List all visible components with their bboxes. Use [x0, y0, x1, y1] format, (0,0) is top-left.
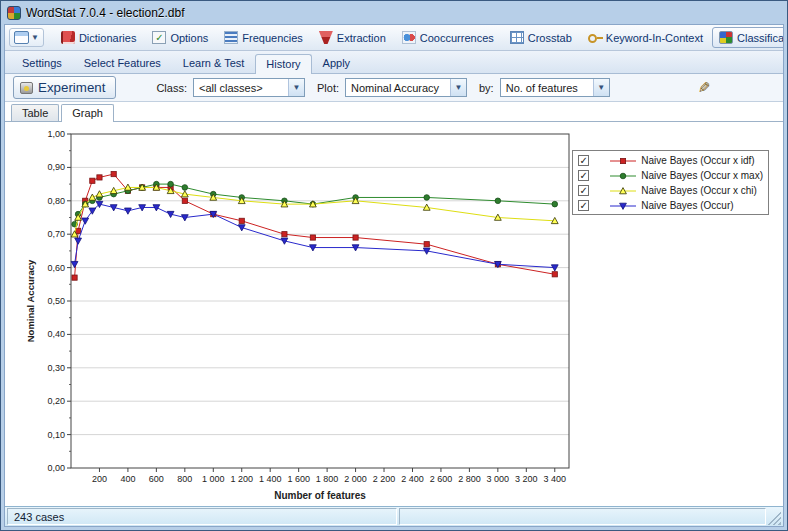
- tab-apply[interactable]: Apply: [312, 53, 362, 73]
- tab-graph[interactable]: Graph: [61, 104, 114, 122]
- legend-item[interactable]: ✓Naive Bayes (Occur x idf): [578, 154, 763, 166]
- cases-count: 243 cases: [14, 511, 64, 523]
- toolbar-item-frequencies[interactable]: Frequencies: [217, 27, 310, 48]
- legend-label: Naive Bayes (Occur x idf): [641, 155, 754, 166]
- legend-checkbox[interactable]: ✓: [578, 155, 589, 166]
- svg-text:1 800: 1 800: [316, 474, 339, 484]
- classification-icon: [719, 31, 733, 44]
- tab-select-features[interactable]: Select Features: [73, 53, 172, 73]
- tab-history[interactable]: History: [255, 54, 311, 74]
- experiment-icon: [20, 82, 33, 94]
- legend-item[interactable]: ✓Naive Bayes (Occur): [578, 199, 763, 211]
- legend-checkbox[interactable]: ✓: [578, 170, 589, 181]
- svg-text:0,60: 0,60: [47, 263, 65, 273]
- svg-text:3 400: 3 400: [544, 474, 567, 484]
- by-select-value: No. of features: [501, 82, 593, 94]
- accuracy-chart-area: 0,000,100,200,300,400,500,600,700,800,90…: [5, 122, 783, 506]
- class-label: Class:: [156, 82, 187, 94]
- toolbar-item-label: Dictionaries: [79, 32, 136, 44]
- svg-text:1 000: 1 000: [202, 474, 225, 484]
- svg-text:Nominal Accuracy: Nominal Accuracy: [25, 259, 36, 342]
- experiment-button-label: Experiment: [38, 80, 105, 95]
- by-select[interactable]: No. of features ▼: [500, 78, 610, 97]
- toolbar-item-keyword-in-context[interactable]: Keyword-In-Context: [581, 27, 710, 48]
- legend-item[interactable]: ✓Naive Bayes (Occur x chi): [578, 184, 763, 196]
- cooccurrences-icon: [402, 31, 416, 44]
- class-select-value: <all classes>: [194, 82, 288, 94]
- classification-tabstrip: Settings Select Features Learn & Test Hi…: [5, 51, 783, 74]
- toolbar-item-label: Keyword-In-Context: [606, 32, 703, 44]
- toolbar-item-cooccurrences[interactable]: Cooccurrences: [395, 27, 501, 48]
- svg-text:1,00: 1,00: [47, 129, 65, 139]
- tab-settings[interactable]: Settings: [11, 53, 73, 73]
- svg-text:3 000: 3 000: [487, 474, 510, 484]
- statusbar: 243 cases: [5, 506, 783, 526]
- svg-text:2 600: 2 600: [430, 474, 453, 484]
- tab-learn-and-test[interactable]: Learn & Test: [172, 53, 256, 73]
- toolbar-item-extraction[interactable]: Extraction: [312, 27, 393, 48]
- toolbar-item-dictionaries[interactable]: Dictionaries: [54, 27, 143, 48]
- svg-text:400: 400: [120, 474, 135, 484]
- status-cell-empty: [399, 508, 766, 525]
- legend-marker-icon: [610, 186, 636, 196]
- plot-label: Plot:: [317, 82, 339, 94]
- view-tabstrip: Table Graph: [5, 102, 783, 122]
- svg-text:0,10: 0,10: [47, 430, 65, 440]
- tab-table[interactable]: Table: [11, 104, 59, 121]
- titlebar[interactable]: WordStat 7.0.4 - election2.dbf: [4, 4, 784, 24]
- svg-text:0,00: 0,00: [47, 463, 65, 473]
- toolbar-item-label: Frequencies: [242, 32, 303, 44]
- crosstab-grid-icon: [510, 31, 524, 44]
- toolbar-item-crosstab[interactable]: Crosstab: [503, 27, 579, 48]
- svg-text:0,50: 0,50: [47, 296, 65, 306]
- wordstat-window: WordStat 7.0.4 - election2.dbf ▼ Diction…: [0, 0, 788, 531]
- history-content: Table Graph 0,000,100,200,300,400,500,60…: [5, 102, 783, 506]
- toolbar-item-classification[interactable]: Classification: [712, 27, 784, 48]
- chevron-down-icon: ▼: [288, 79, 304, 96]
- class-select[interactable]: <all classes> ▼: [193, 78, 305, 97]
- svg-text:2 000: 2 000: [344, 474, 367, 484]
- cases-status: 243 cases: [7, 508, 397, 525]
- wordstat-app-icon: [7, 6, 21, 20]
- svg-text:0,20: 0,20: [47, 396, 65, 406]
- history-toolbar: Experiment Class: <all classes> ▼ Plot: …: [5, 74, 783, 102]
- keyword-key-icon: [588, 31, 602, 44]
- pencil-edit-icon[interactable]: [693, 78, 715, 98]
- legend-marker-icon: [610, 201, 636, 211]
- svg-text:1 200: 1 200: [230, 474, 253, 484]
- legend-marker-icon: [610, 156, 636, 166]
- dictionaries-book-icon: [61, 31, 75, 44]
- by-label: by:: [479, 82, 494, 94]
- chevron-down-icon: ▼: [593, 79, 609, 96]
- toolbar-item-label: Extraction: [337, 32, 386, 44]
- svg-text:0,40: 0,40: [47, 329, 65, 339]
- experiment-button[interactable]: Experiment: [13, 76, 116, 99]
- svg-text:0,70: 0,70: [47, 229, 65, 239]
- svg-text:2 400: 2 400: [401, 474, 424, 484]
- svg-text:600: 600: [149, 474, 164, 484]
- toolbar-item-options[interactable]: Options: [145, 27, 215, 48]
- main-toolbar: ▼ Dictionaries Options Frequencies Extra…: [5, 25, 783, 51]
- legend-checkbox[interactable]: ✓: [578, 200, 589, 211]
- plot-select-value: Nominal Accuracy: [346, 82, 450, 94]
- frequencies-bars-icon: [224, 31, 238, 44]
- svg-text:0,80: 0,80: [47, 196, 65, 206]
- svg-text:3 200: 3 200: [515, 474, 538, 484]
- toolbar-item-label: Options: [170, 32, 208, 44]
- legend-label: Naive Bayes (Occur x chi): [641, 185, 757, 196]
- accuracy-chart-svg: 0,000,100,200,300,400,500,600,700,800,90…: [21, 124, 581, 506]
- legend-item[interactable]: ✓Naive Bayes (Occur x max): [578, 169, 763, 181]
- svg-text:0,30: 0,30: [47, 363, 65, 373]
- layout-menu-button[interactable]: ▼: [9, 28, 44, 47]
- toolbar-item-label: Classification: [737, 32, 784, 44]
- legend-checkbox[interactable]: ✓: [578, 185, 589, 196]
- svg-text:0,90: 0,90: [47, 162, 65, 172]
- window-title: WordStat 7.0.4 - election2.dbf: [26, 6, 185, 20]
- chevron-down-icon: ▼: [450, 79, 466, 96]
- extraction-funnel-icon: [319, 31, 333, 44]
- legend-label: Naive Bayes (Occur): [641, 200, 733, 211]
- layout-menu-icon: [14, 31, 29, 44]
- plot-select[interactable]: Nominal Accuracy ▼: [345, 78, 467, 97]
- resize-grip-icon[interactable]: [768, 508, 781, 525]
- svg-text:800: 800: [177, 474, 192, 484]
